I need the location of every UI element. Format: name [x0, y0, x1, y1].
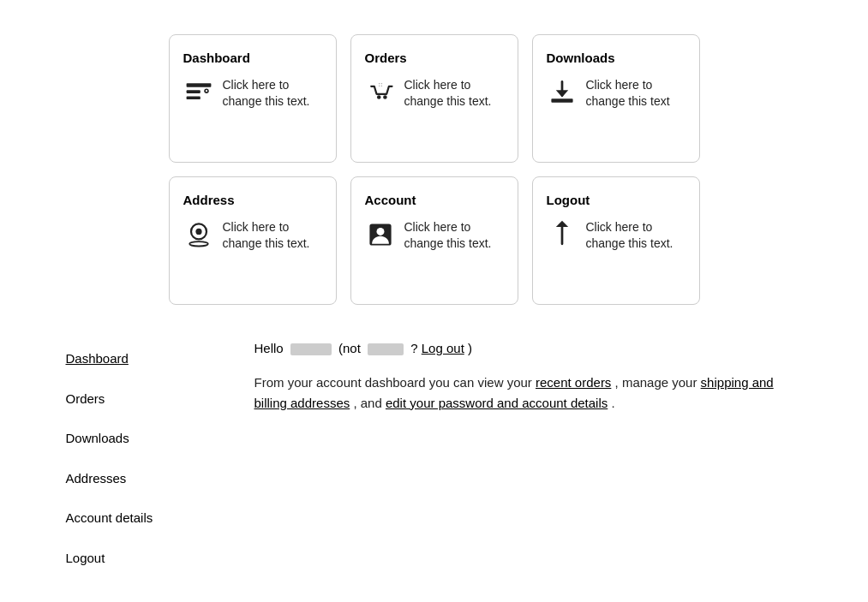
sidebar-item-addresses[interactable]: Addresses	[66, 459, 203, 499]
cards-grid: Dashboard Click here to change this text…	[169, 34, 700, 305]
card-body-orders: Click here to change this text.	[365, 77, 504, 114]
main-content: Hello (not ? Log out ) From your account…	[254, 339, 803, 578]
account-description: From your account dashboard you can view…	[254, 373, 803, 414]
card-body-logout: Click here to change this text.	[547, 219, 685, 256]
logout-icon	[547, 219, 578, 256]
log-out-link[interactable]: Log out	[422, 341, 464, 355]
card-text-logout: Click here to change this text.	[586, 219, 685, 253]
hello-line: Hello (not ? Log out )	[254, 339, 803, 359]
card-title-orders: Orders	[365, 49, 504, 69]
username2-redacted	[368, 343, 404, 355]
account-icon	[365, 219, 396, 256]
address-icon	[183, 219, 214, 256]
svg-point-6	[383, 95, 387, 99]
card-body-address: Click here to change this text.	[183, 219, 322, 256]
card-title-dashboard: Dashboard	[183, 49, 322, 69]
desc-part4: .	[611, 396, 614, 410]
svg-point-5	[376, 95, 380, 99]
card-body-account: Click here to change this text.	[365, 219, 504, 256]
card-address[interactable]: Address Click here to change this text.	[169, 176, 337, 305]
svg-rect-1	[186, 90, 200, 93]
card-title-downloads: Downloads	[547, 49, 685, 69]
hello-prefix: Hello	[254, 341, 284, 355]
card-dashboard[interactable]: Dashboard Click here to change this text…	[169, 34, 337, 163]
svg-rect-2	[186, 96, 200, 99]
card-text-dashboard: Click here to change this text.	[223, 77, 322, 110]
card-title-logout: Logout	[547, 191, 685, 211]
sidebar-item-orders[interactable]: Orders	[66, 379, 203, 420]
sidebar-item-account-details[interactable]: Account details	[66, 498, 203, 539]
card-orders[interactable]: Orders Click here to change this text.	[350, 34, 518, 163]
svg-rect-0	[186, 83, 211, 87]
svg-rect-10	[551, 98, 572, 103]
card-title-account: Account	[365, 191, 504, 211]
edit-password-link[interactable]: edit your password and account details	[386, 396, 608, 410]
card-text-downloads: Click here to change this text	[586, 77, 685, 110]
svg-point-12	[195, 228, 201, 234]
card-downloads[interactable]: Downloads Click here to change this text	[532, 34, 700, 163]
downloads-icon	[547, 77, 578, 114]
hello-question: ?	[410, 341, 417, 355]
sidebar: DashboardOrdersDownloadsAddressesAccount…	[66, 339, 203, 578]
card-text-address: Click here to change this text.	[223, 219, 322, 253]
card-title-address: Address	[183, 191, 322, 211]
card-text-account: Click here to change this text.	[404, 219, 504, 253]
svg-point-15	[376, 227, 384, 235]
card-account[interactable]: Account Click here to change this text.	[350, 176, 518, 305]
bottom-section: DashboardOrdersDownloadsAddressesAccount…	[49, 339, 820, 578]
card-body-dashboard: Click here to change this text.	[183, 77, 322, 114]
svg-point-13	[189, 241, 208, 246]
svg-point-4	[205, 90, 207, 92]
recent-orders-link[interactable]: recent orders	[536, 375, 611, 390]
card-logout[interactable]: Logout Click here to change this text.	[532, 176, 700, 305]
card-body-downloads: Click here to change this text	[547, 77, 685, 114]
dashboard-icon	[183, 77, 214, 114]
desc-part1: From your account dashboard you can view…	[254, 375, 536, 390]
hello-not: (not	[338, 341, 361, 355]
desc-part2: , manage your	[615, 375, 701, 390]
orders-icon	[365, 77, 396, 114]
desc-part3: , and	[353, 396, 386, 410]
card-text-orders: Click here to change this text.	[404, 77, 504, 110]
sidebar-item-downloads[interactable]: Downloads	[66, 419, 203, 459]
page-wrapper: Dashboard Click here to change this text…	[0, 0, 868, 595]
sidebar-item-dashboard[interactable]: Dashboard	[66, 339, 203, 379]
username-redacted	[290, 343, 332, 355]
sidebar-item-logout[interactable]: Logout	[66, 539, 203, 579]
hello-close: )	[468, 341, 472, 355]
